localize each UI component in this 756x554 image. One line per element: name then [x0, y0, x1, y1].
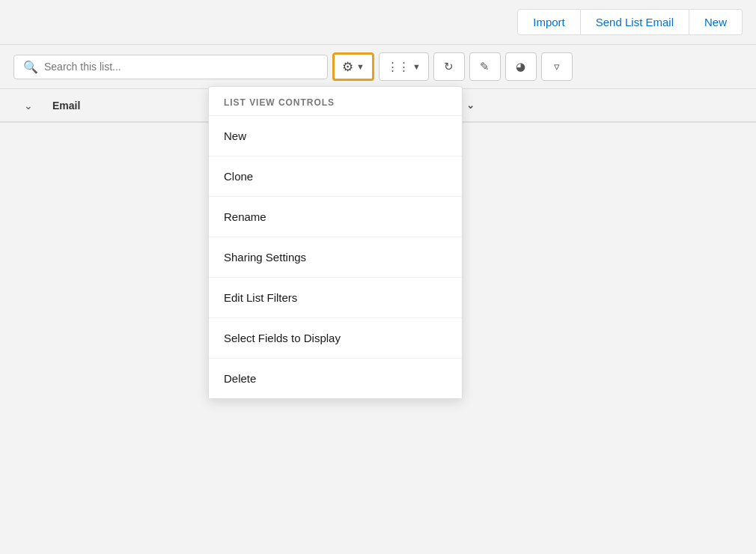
refresh-icon: ↻ [444, 60, 454, 73]
dropdown-menu-header: LIST VIEW CONTROLS [209, 87, 462, 116]
menu-item-delete[interactable]: Delete [209, 359, 462, 398]
send-list-email-button[interactable]: Send List Email [581, 9, 689, 35]
edit-icon: ✎ [480, 60, 490, 73]
chart-button[interactable]: ◕ [505, 52, 537, 81]
gear-settings-button[interactable]: ⚙ ▼ [332, 52, 374, 81]
grid-view-button[interactable]: ⋮⋮ ▼ [379, 52, 429, 81]
menu-item-select-fields-to-display[interactable]: Select Fields to Display [209, 318, 462, 359]
new-button[interactable]: New [689, 9, 743, 35]
owner-sort-icon[interactable]: ⌄ [466, 100, 475, 111]
chevron-down-icon: ⌄ [24, 100, 33, 112]
refresh-button[interactable]: ↻ [433, 52, 465, 81]
gear-dropdown-arrow-icon: ▼ [356, 62, 365, 71]
toolbar: 🔍 ⚙ ▼ ⋮⋮ ▼ ↻ ✎ ◕ ▿ [0, 45, 756, 88]
select-all-chevron[interactable]: ⌄ [13, 100, 43, 112]
menu-item-clone[interactable]: Clone [209, 156, 462, 197]
top-bar: Import Send List Email New [0, 0, 756, 45]
import-button[interactable]: Import [517, 9, 581, 35]
search-input[interactable] [44, 61, 318, 73]
search-box: 🔍 [13, 55, 328, 79]
menu-item-new[interactable]: New [209, 116, 462, 156]
chart-icon: ◕ [516, 60, 525, 73]
filter-icon: ▿ [554, 60, 560, 73]
menu-item-sharing-settings[interactable]: Sharing Settings [209, 237, 462, 278]
list-view-controls-dropdown: LIST VIEW CONTROLS New Clone Rename Shar… [208, 86, 463, 399]
search-icon: 🔍 [23, 60, 38, 74]
menu-item-rename[interactable]: Rename [209, 197, 462, 237]
gear-icon: ⚙ [342, 59, 353, 75]
menu-item-edit-list-filters[interactable]: Edit List Filters [209, 278, 462, 318]
email-column-header: Email [43, 100, 178, 112]
edit-button[interactable]: ✎ [469, 52, 501, 81]
grid-icon: ⋮⋮ [387, 60, 409, 73]
filter-button[interactable]: ▿ [541, 52, 573, 81]
grid-dropdown-arrow-icon: ▼ [412, 62, 421, 71]
